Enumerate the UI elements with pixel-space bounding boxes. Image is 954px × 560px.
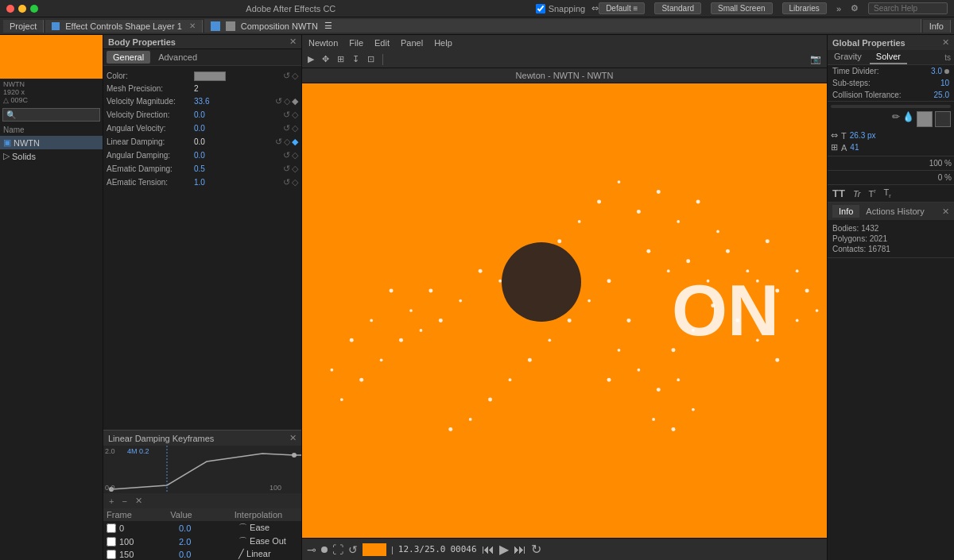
body-properties-close-icon[interactable]: ✕ bbox=[289, 37, 297, 47]
libraries-workspace-btn[interactable]: Libraries bbox=[782, 2, 827, 14]
kf-row-0-checkbox[interactable] bbox=[107, 523, 116, 533]
small-screen-workspace-btn[interactable]: Small Screen bbox=[711, 2, 772, 14]
time-divider-value[interactable]: 3.0 bbox=[931, 67, 942, 75]
superscript-btn[interactable]: Tr bbox=[866, 187, 878, 199]
aemdamp-kf-icon[interactable]: ◇ bbox=[292, 164, 298, 174]
italic-text-btn[interactable]: Tr bbox=[851, 187, 863, 199]
kf-add-btn[interactable]: + bbox=[107, 496, 116, 507]
color-swatch-right[interactable] bbox=[917, 111, 933, 127]
kf-remove-btn[interactable]: − bbox=[119, 496, 129, 507]
composition-panel-tab[interactable]: Composition NWTN ☰ bbox=[204, 19, 921, 33]
velm-reset-icon[interactable]: ↺ bbox=[275, 96, 282, 106]
prop-velm-value[interactable]: 33.6 bbox=[194, 97, 275, 106]
kf-point-2[interactable] bbox=[292, 453, 297, 458]
search-input[interactable] bbox=[868, 2, 948, 14]
kf-row-2-checkbox[interactable] bbox=[107, 550, 116, 559]
prop-mesh-value[interactable]: 2 bbox=[194, 84, 298, 93]
vb-cycle-btn[interactable]: ↺ bbox=[348, 543, 358, 556]
general-tab[interactable]: General bbox=[107, 51, 150, 64]
angv-reset-icon[interactable]: ↺ bbox=[283, 123, 290, 133]
velm-diamond-icon[interactable]: ◆ bbox=[292, 96, 298, 106]
file-menu-item[interactable]: File bbox=[346, 37, 366, 48]
settings-icon[interactable]: ⚙ bbox=[851, 3, 859, 14]
sub-steps-value[interactable]: 10 bbox=[940, 79, 949, 87]
project-item-nwtn[interactable]: ▣ NWTN bbox=[0, 136, 103, 149]
grid-btn[interactable]: ⊞ bbox=[335, 54, 347, 64]
prop-aemtens-value[interactable]: 1.0 bbox=[194, 178, 283, 187]
kf-clear-btn[interactable]: ✕ bbox=[133, 495, 145, 507]
effect-controls-close-icon[interactable]: ✕ bbox=[189, 21, 196, 30]
keyframe-nav-icon[interactable]: ◇ bbox=[292, 71, 298, 81]
project-search-input[interactable] bbox=[2, 108, 100, 122]
actions-history-tab-btn[interactable]: Actions History bbox=[859, 205, 930, 218]
vb-fit-btn[interactable]: ⛶ bbox=[332, 543, 343, 556]
kf-row-0[interactable]: 0 0.0 ⌒ Ease bbox=[103, 521, 301, 535]
pencil-icon[interactable]: ✏ bbox=[892, 111, 900, 127]
angdamp-kf-icon[interactable]: ◇ bbox=[292, 150, 298, 160]
subscript-btn[interactable]: Tr bbox=[882, 187, 894, 199]
minimize-button[interactable] bbox=[18, 5, 26, 13]
kf-row-1[interactable]: 100 2.0 ⌒ Ease Out bbox=[103, 535, 301, 548]
veld-kf-icon[interactable]: ◇ bbox=[292, 110, 298, 120]
effect-controls-panel-tab[interactable]: Effect Controls Shape Layer 1 ✕ bbox=[45, 20, 203, 33]
screenshot-btn[interactable]: 📷 bbox=[808, 54, 824, 64]
play-btn[interactable]: ▶ bbox=[305, 54, 316, 64]
collision-tolerance-value[interactable]: 25.0 bbox=[934, 91, 949, 99]
keyframe-graph[interactable]: 2.0 4M 0.2 0.0 100 bbox=[103, 446, 301, 493]
comp-menu-icon[interactable]: ☰ bbox=[324, 21, 332, 31]
slider-track[interactable] bbox=[831, 105, 951, 108]
info-panel-tab[interactable]: Info bbox=[923, 20, 951, 33]
solver-tab[interactable]: Solver bbox=[870, 50, 907, 64]
color-swatch[interactable] bbox=[194, 71, 226, 81]
aemtens-reset-icon[interactable]: ↺ bbox=[283, 177, 290, 187]
lindamp-kf-icon[interactable]: ◇ bbox=[284, 137, 290, 147]
play-pause-btn[interactable]: ▶ bbox=[499, 542, 509, 557]
global-props-close-icon[interactable]: ✕ bbox=[942, 37, 949, 48]
snap-btn[interactable]: ↧ bbox=[350, 54, 362, 64]
step-forward-btn[interactable]: ⏭ bbox=[514, 543, 526, 557]
vb-nav-btn[interactable]: ⊸ bbox=[307, 543, 316, 556]
prop-angv-value[interactable]: 0.0 bbox=[194, 124, 283, 133]
hand-tool-btn[interactable]: ✥ bbox=[320, 54, 332, 64]
lindamp-reset-icon[interactable]: ↺ bbox=[275, 137, 282, 147]
angv-kf-icon[interactable]: ◇ bbox=[292, 123, 298, 133]
info-tab-btn[interactable]: Info bbox=[832, 205, 859, 218]
keyframe-panel-close-icon[interactable]: ✕ bbox=[289, 433, 297, 443]
close-button[interactable] bbox=[6, 5, 14, 13]
kf-row-1-checkbox[interactable] bbox=[107, 537, 116, 546]
svg-point-61 bbox=[671, 427, 675, 431]
viewport-canvas[interactable]: ON bbox=[302, 83, 827, 538]
standard-workspace-btn[interactable]: Standard bbox=[654, 2, 701, 14]
color-swatch-right2[interactable] bbox=[935, 111, 951, 127]
aemdamp-reset-icon[interactable]: ↺ bbox=[283, 164, 290, 174]
advanced-tab[interactable]: Advanced bbox=[152, 51, 204, 64]
snapping-checkbox[interactable] bbox=[536, 4, 545, 14]
lindamp-diamond-icon[interactable]: ◆ bbox=[292, 137, 298, 147]
angdamp-reset-icon[interactable]: ↺ bbox=[283, 150, 290, 160]
loop-btn[interactable]: ↻ bbox=[531, 542, 541, 557]
prop-angdamp-value[interactable]: 0.0 bbox=[194, 151, 283, 160]
panel-menu-item[interactable]: Panel bbox=[398, 37, 426, 48]
edit-menu-item[interactable]: Edit bbox=[371, 37, 393, 48]
go-start-btn[interactable]: ⏮ bbox=[482, 543, 494, 557]
kf-row-2[interactable]: 150 0.0 ╱ Linear bbox=[103, 548, 301, 560]
more-workspaces-icon[interactable]: » bbox=[836, 4, 841, 14]
default-workspace-btn[interactable]: Default ≡ bbox=[599, 2, 645, 14]
prop-lindamp-value[interactable]: 0.0 bbox=[194, 137, 275, 146]
dropper-icon[interactable]: 💧 bbox=[902, 111, 914, 127]
center-btn[interactable]: ⊡ bbox=[365, 54, 377, 64]
reset-icon[interactable]: ↺ bbox=[283, 71, 290, 81]
veld-reset-icon[interactable]: ↺ bbox=[283, 110, 290, 120]
prop-veld-value[interactable]: 0.0 bbox=[194, 110, 283, 119]
bold-text-btn[interactable]: TT bbox=[830, 187, 847, 199]
velm-kf-icon[interactable]: ◇ bbox=[284, 96, 290, 106]
prop-aemdamp-value[interactable]: 0.5 bbox=[194, 164, 283, 173]
project-panel-tab[interactable]: Project bbox=[3, 20, 44, 33]
maximize-button[interactable] bbox=[30, 5, 38, 13]
aemtens-kf-icon[interactable]: ◇ bbox=[292, 177, 298, 187]
info-panel-close-icon[interactable]: ✕ bbox=[942, 207, 949, 217]
help-menu-item[interactable]: Help bbox=[431, 37, 456, 48]
gravity-tab[interactable]: Gravity bbox=[828, 50, 868, 64]
project-item-solids[interactable]: ▷ Solids bbox=[0, 149, 103, 163]
newton-menu-item[interactable]: Newton bbox=[305, 37, 341, 48]
